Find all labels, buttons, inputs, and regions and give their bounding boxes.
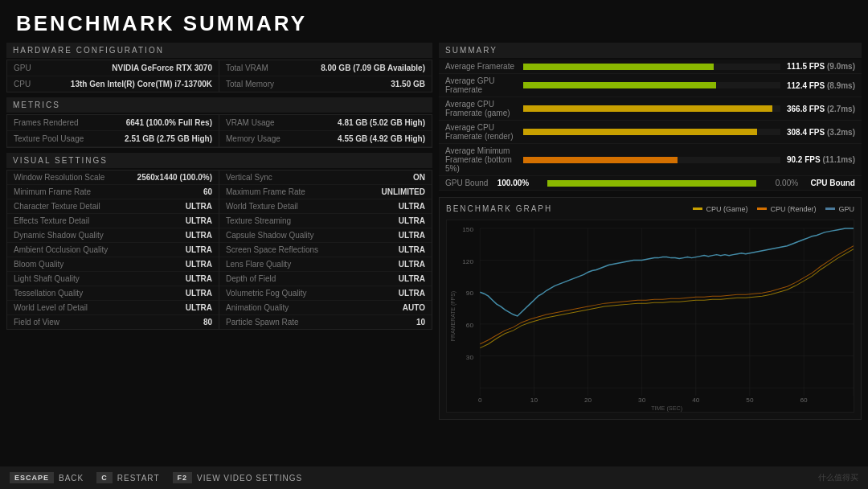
escape-badge: ESCAPE (10, 472, 54, 483)
vs-fov: Field of View 80 (7, 315, 219, 329)
svg-text:120: 120 (462, 258, 473, 265)
svg-text:FRAMERATE (FPS): FRAMERATE (FPS) (450, 291, 457, 341)
hardware-grid: GPU NVIDIA GeForce RTX 3070 CPU 13th Gen… (6, 60, 432, 92)
vs-dof: Depth of Field ULTRA (219, 272, 432, 286)
graph-title: BENCHMARK GRAPH (446, 204, 552, 213)
legend-cpu-render: CPU (Render) (757, 205, 816, 213)
key-f2: F2 VIEW VIDEO SETTINGS (173, 472, 303, 483)
right-panel: SUMMARY Average Framerate 111.5 FPS (9.0… (439, 43, 862, 467)
page-title: BENCHMARK SUMMARY (0, 0, 868, 43)
svg-text:30: 30 (638, 397, 646, 404)
hw-cpu-label: CPU (14, 80, 31, 88)
hardware-header: HARDWARE CONFIGURATION (6, 43, 432, 58)
summary-bound: GPU Bound 100.00% 0.00% CPU Bound (439, 176, 862, 191)
legend-cpu-game: CPU (Game) (693, 205, 747, 213)
vs-bloom: Bloom Quality ULTRA (7, 257, 219, 272)
key-escape: ESCAPE BACK (10, 472, 84, 483)
vs-min-frame: Minimum Frame Rate 60 (7, 185, 219, 199)
f2-badge: F2 (173, 472, 193, 483)
svg-text:90: 90 (466, 290, 474, 297)
svg-text:40: 40 (692, 397, 700, 404)
summary-cpu-game: Average CPU Framerate (game) 366.8 FPS (… (439, 97, 862, 121)
hw-gpu-label: GPU (14, 64, 31, 72)
graph-legend: CPU (Game) CPU (Render) GPU (693, 205, 854, 213)
svg-text:TIME (SEC): TIME (SEC) (651, 405, 682, 412)
metric-vram-usage: VRAM Usage 4.81 GB (5.02 GB High) (219, 115, 432, 131)
hardware-section: HARDWARE CONFIGURATION GPU NVIDIA GeForc… (6, 43, 432, 92)
graph-header: BENCHMARK GRAPH CPU (Game) CPU (Render) (446, 204, 854, 213)
svg-text:30: 30 (466, 354, 474, 361)
hw-gpu-value: NVIDIA GeForce RTX 3070 (112, 64, 212, 72)
vs-max-frame: Maximum Frame Rate UNLIMITED (219, 185, 432, 199)
summary-header: SUMMARY (439, 43, 862, 58)
restart-label: RESTART (117, 474, 160, 483)
hw-totalmem-label: Total Memory (226, 80, 274, 88)
metrics-section: METRICS Frames Rendered 6641 (100.0% Ful… (6, 97, 432, 148)
svg-text:10: 10 (530, 397, 538, 404)
hw-row-cpu: CPU 13th Gen Intel(R) Core(TM) i7-13700K (7, 76, 219, 92)
summary-gpu-framerate: Average GPU Framerate 112.4 FPS (8.9ms) (439, 74, 862, 97)
hw-totalmem-value: 31.50 GB (391, 80, 425, 88)
watermark-text: 什么值得买 (818, 472, 858, 483)
svg-text:60: 60 (466, 322, 474, 329)
vs-world-tex: World Texture Detail ULTRA (219, 199, 432, 214)
content-area: HARDWARE CONFIGURATION GPU NVIDIA GeForc… (0, 43, 868, 467)
hw-row-vram: Total VRAM 8.00 GB (7.09 GB Available) (219, 60, 432, 76)
key-c: C RESTART (96, 472, 159, 483)
visual-header: VISUAL SETTINGS (6, 153, 432, 168)
vs-particle: Particle Spawn Rate 10 (219, 315, 432, 329)
svg-text:0: 0 (478, 397, 482, 404)
vs-char-tex: Character Texture Detail ULTRA (7, 199, 219, 214)
hw-totalvram-label: Total VRAM (226, 64, 268, 72)
summary-avg-framerate: Average Framerate 111.5 FPS (9.0ms) (439, 60, 862, 74)
vs-capsule-shadow: Capsule Shadow Quality ULTRA (219, 228, 432, 243)
c-badge: C (96, 472, 113, 483)
video-settings-label: VIEW VIDEO SETTINGS (197, 474, 302, 483)
hw-totalvram-value: 8.00 GB (7.09 GB Available) (321, 64, 425, 72)
summary-section: SUMMARY Average Framerate 111.5 FPS (9.0… (439, 43, 862, 191)
vs-light-shaft: Light Shaft Quality ULTRA (7, 272, 219, 286)
graph-section: BENCHMARK GRAPH CPU (Game) CPU (Render) (439, 197, 862, 420)
svg-text:20: 20 (584, 397, 592, 404)
vs-ssr: Screen Space Reflections ULTRA (219, 243, 432, 257)
svg-text:50: 50 (746, 397, 754, 404)
vs-dynamic-shadow: Dynamic Shadow Quality ULTRA (7, 228, 219, 243)
svg-text:60: 60 (800, 397, 808, 404)
metrics-header: METRICS (6, 97, 432, 113)
back-label: BACK (59, 474, 84, 483)
vs-ambient-oc: Ambient Occlusion Quality ULTRA (7, 243, 219, 257)
svg-text:150: 150 (462, 226, 473, 233)
hw-row-memory: Total Memory 31.50 GB (219, 76, 432, 92)
vs-lens-flare: Lens Flare Quality ULTRA (219, 257, 432, 272)
vs-tex-stream: Texture Streaming ULTRA (219, 214, 432, 228)
bottom-bar: ESCAPE BACK C RESTART F2 VIEW VIDEO SETT… (0, 466, 868, 489)
main-container: BENCHMARK SUMMARY HARDWARE CONFIGURATION… (0, 0, 868, 489)
left-panel: HARDWARE CONFIGURATION GPU NVIDIA GeForc… (6, 43, 432, 467)
visual-grid: Window Resolution Scale 2560x1440 (100.0… (6, 170, 432, 330)
vs-vol-fog: Volumetric Fog Quality ULTRA (219, 286, 432, 301)
vs-world-lod: World Level of Detail ULTRA (7, 301, 219, 315)
vs-tess: Tessellation Quality ULTRA (7, 286, 219, 301)
metric-texture-pool: Texture Pool Usage 2.51 GB (2.75 GB High… (7, 131, 219, 147)
summary-cpu-render: Average CPU Framerate (render) 308.4 FPS… (439, 121, 862, 144)
vs-resolution: Window Resolution Scale 2560x1440 (100.0… (7, 171, 219, 185)
vs-anim: Animation Quality AUTO (219, 301, 432, 315)
vs-vsync: Vertical Sync ON (219, 171, 432, 185)
hw-row-gpu: GPU NVIDIA GeForce RTX 3070 (7, 60, 219, 76)
vs-effects-tex: Effects Texture Detail ULTRA (7, 214, 219, 228)
metrics-grid: Frames Rendered 6641 (100.0% Full Res) T… (6, 114, 432, 148)
hw-cpu-value: 13th Gen Intel(R) Core(TM) i7-13700K (71, 80, 212, 88)
legend-gpu: GPU (825, 205, 854, 213)
metric-frames: Frames Rendered 6641 (100.0% Full Res) (7, 115, 219, 131)
summary-min-framerate: Average Minimum Framerate (bottom 5%) 90… (439, 144, 862, 176)
graph-canvas: 150 120 90 60 30 0 10 20 30 40 50 60 (446, 220, 854, 413)
metric-memory-usage: Memory Usage 4.55 GB (4.92 GB High) (219, 131, 432, 147)
visual-section: VISUAL SETTINGS Window Resolution Scale … (6, 153, 432, 330)
